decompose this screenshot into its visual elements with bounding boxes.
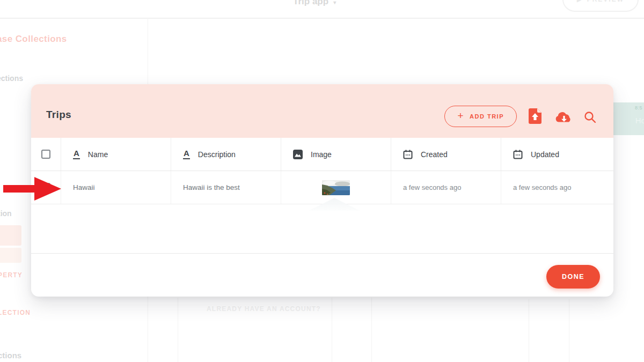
column-header-updated[interactable]: Updated xyxy=(501,138,613,171)
sidebar-highlight-block-2 xyxy=(0,248,21,263)
text-field-icon: A xyxy=(73,149,80,159)
caret-down-icon: ▾ xyxy=(333,0,336,5)
add-property-button[interactable]: PERTY xyxy=(0,271,23,279)
calendar-icon xyxy=(403,150,413,159)
created-cell[interactable]: a few seconds ago xyxy=(391,171,501,204)
select-all-checkbox[interactable] xyxy=(41,150,50,159)
done-button[interactable]: DONE xyxy=(546,265,600,289)
phone-screen-title: Ho xyxy=(635,116,644,125)
export-button[interactable] xyxy=(555,112,573,125)
column-label: Created xyxy=(421,150,448,159)
column-header-description[interactable]: A Description xyxy=(171,138,281,171)
column-label: Updated xyxy=(531,150,559,159)
sidebar-item-bottom[interactable]: ctions xyxy=(0,351,21,360)
column-label: Description xyxy=(198,150,236,159)
column-header-created[interactable]: Created xyxy=(391,138,501,171)
row-select-cell xyxy=(31,171,61,204)
trip-name: Hawaii xyxy=(73,183,95,191)
add-trip-button[interactable]: + ADD TRIP xyxy=(444,106,517,127)
topbar-divider xyxy=(0,18,644,19)
text-field-icon: A xyxy=(183,149,190,159)
description-cell[interactable]: Hawaii is the best xyxy=(171,171,281,204)
panel-divider xyxy=(148,297,148,362)
calendar-icon xyxy=(513,150,523,159)
phone-preview: 8:5 Ho xyxy=(613,102,644,135)
add-trip-label: ADD TRIP xyxy=(470,113,504,120)
screen: Trip app ▾ ▶ PREVIEW ase Collections ect… xyxy=(0,0,644,362)
panel-divider xyxy=(569,299,569,362)
panel-divider xyxy=(371,298,372,362)
app-title-label: Trip app xyxy=(293,0,328,7)
preview-button[interactable]: ▶ PREVIEW xyxy=(562,0,639,12)
trips-collection-modal: Trips + ADD TRIP xyxy=(31,84,613,297)
app-title-dropdown[interactable]: Trip app ▾ xyxy=(293,0,336,7)
trip-image-thumbnail xyxy=(322,180,350,195)
add-collection-button[interactable]: LECTION xyxy=(0,309,31,316)
column-label: Name xyxy=(88,150,108,159)
column-header-name[interactable]: A Name xyxy=(61,138,171,171)
select-all-cell xyxy=(31,138,61,171)
play-icon: ▶ xyxy=(577,0,582,3)
phone-status-time: 8:5 xyxy=(635,105,642,110)
canvas-account-text: ALREADY HAVE AN ACCOUNT? xyxy=(207,305,321,313)
column-header-image[interactable]: Image xyxy=(281,138,391,171)
sidebar-highlight-block xyxy=(0,225,21,246)
row-checkbox[interactable] xyxy=(41,183,50,192)
table-row[interactable]: Hawaii Hawaii is the best xyxy=(31,171,613,204)
name-cell[interactable]: Hawaii xyxy=(61,171,171,204)
modal-title: Trips xyxy=(46,109,71,121)
panel-divider xyxy=(178,298,178,362)
preview-label: PREVIEW xyxy=(587,0,624,3)
file-upload-icon xyxy=(529,117,541,125)
modal-header: Trips + ADD TRIP xyxy=(31,84,613,138)
cloud-download-icon xyxy=(555,119,573,127)
image-field-icon xyxy=(293,150,303,159)
panel-divider xyxy=(529,299,529,362)
table-header-row: A Name A Description Image xyxy=(31,138,613,171)
panel-divider xyxy=(332,298,332,362)
search-icon xyxy=(584,117,596,125)
collections-heading: ase Collections xyxy=(0,34,67,45)
plus-icon: + xyxy=(457,110,464,122)
import-button[interactable] xyxy=(529,108,541,124)
column-label: Image xyxy=(311,150,332,159)
created-value: a few seconds ago xyxy=(403,183,461,191)
updated-cell[interactable]: a few seconds ago xyxy=(501,171,613,204)
search-button[interactable] xyxy=(584,111,596,123)
sidebar-item-collection[interactable]: tion xyxy=(0,209,12,218)
trip-description: Hawaii is the best xyxy=(183,183,240,191)
sidebar-divider xyxy=(148,18,148,84)
sidebar-item-collections[interactable]: ections xyxy=(0,74,23,83)
updated-value: a few seconds ago xyxy=(513,183,571,191)
modal-footer: DONE xyxy=(31,253,613,297)
